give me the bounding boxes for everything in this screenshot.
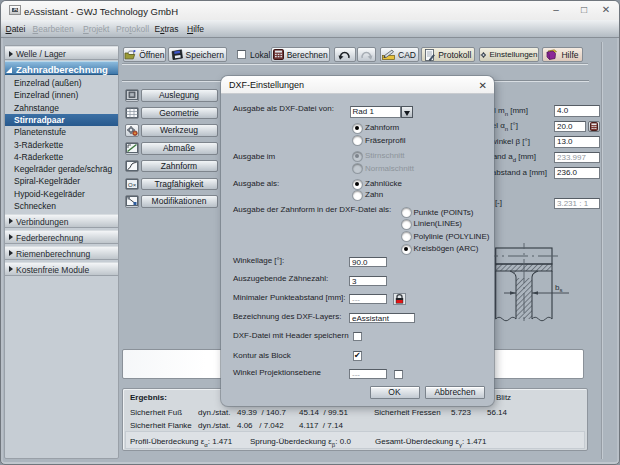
svg-text:O×: O× xyxy=(128,181,137,187)
svg-text:bs: bs xyxy=(555,283,562,293)
